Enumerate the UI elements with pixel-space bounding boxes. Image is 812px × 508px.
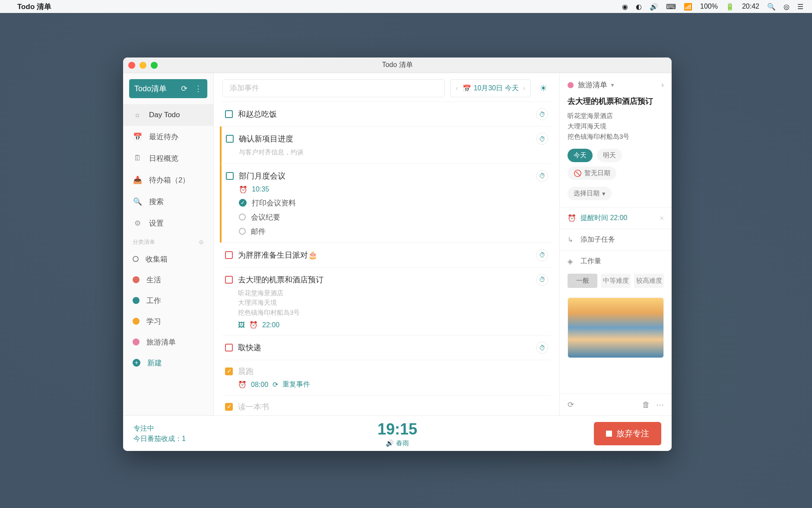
detail-subtask-row[interactable]: ↳ 添加子任务: [560, 229, 672, 250]
chevron-right-icon[interactable]: ›: [521, 84, 527, 92]
date-chip-today[interactable]: 今天: [568, 149, 593, 162]
add-task-input[interactable]: [222, 79, 445, 97]
wechat-icon[interactable]: ◐: [636, 3, 642, 11]
menubar-right: ◉ ◐ 🔊 ⌨ 📶 100% 🔋 20:42 🔍 ◎ ☰: [622, 3, 803, 11]
pomodoro-icon[interactable]: ⏱: [536, 133, 548, 145]
task-row[interactable]: 读一本书: [222, 395, 551, 415]
pomodoro-icon[interactable]: ⏱: [536, 108, 548, 120]
category-study[interactable]: 学习: [123, 311, 213, 332]
checkbox[interactable]: [225, 251, 233, 259]
checkbox[interactable]: [226, 135, 234, 143]
subtask-checkbox[interactable]: [239, 228, 246, 235]
subtask-row[interactable]: 邮件: [239, 227, 548, 236]
difficulty-mid[interactable]: 中等难度: [601, 274, 631, 288]
control-center-icon[interactable]: ◎: [783, 3, 790, 11]
task-row[interactable]: 和赵总吃饭 ⏱: [222, 102, 551, 126]
categories-header-label: 分类清单: [133, 238, 155, 246]
pomodoro-icon[interactable]: ⏱: [536, 170, 548, 182]
subtask-checkbox[interactable]: [239, 214, 246, 220]
pomodoro-icon[interactable]: ⏱: [536, 342, 548, 354]
category-label: 学习: [146, 316, 161, 326]
detail-list-selector[interactable]: 旅游清单 ▼ ›: [568, 80, 664, 90]
stop-icon: [606, 431, 612, 437]
task-row[interactable]: 取快递 ⏱: [222, 335, 551, 360]
date-chip-none[interactable]: 🚫 暂无日期: [568, 166, 616, 180]
checkbox[interactable]: [225, 276, 233, 284]
detail-reminder-row[interactable]: ⏰ 提醒时间 22:00 ×: [560, 207, 672, 229]
checkbox[interactable]: [225, 344, 233, 351]
task-list: 和赵总吃饭 ⏱ 确认新项目进度 ⏱ 与客户对齐信息，约谈: [214, 102, 559, 415]
theme-toggle-icon[interactable]: ☀: [536, 83, 551, 93]
sidebar-item-settings[interactable]: ⚙ 设置: [123, 212, 213, 234]
focus-sound[interactable]: 🔊 春雨: [377, 439, 417, 447]
wifi-icon[interactable]: 📶: [684, 3, 692, 11]
spotlight-icon[interactable]: 🔍: [767, 3, 776, 11]
macos-menubar: Todo 清单 ◉ ◐ 🔊 ⌨ 📶 100% 🔋 20:42 🔍 ◎ ☰: [0, 0, 812, 13]
zoom-window-button[interactable]: [151, 62, 158, 69]
add-category-button[interactable]: ＋ 新建: [123, 352, 213, 373]
plus-icon: ＋: [133, 359, 140, 367]
brand-pill[interactable]: Todo清单 ⟳ ⋮: [129, 79, 207, 98]
abandon-focus-button[interactable]: 放弃专注: [594, 422, 661, 445]
task-row[interactable]: 为胖胖准备生日派对🎂 ⏱: [222, 243, 551, 267]
notification-center-icon[interactable]: ☰: [797, 3, 803, 11]
task-time: 22:00: [262, 321, 279, 329]
color-dot-icon: [568, 82, 574, 88]
sidebar-item-recent[interactable]: 📅 最近待办: [123, 126, 213, 147]
volume-icon[interactable]: 🔊: [650, 3, 658, 11]
reminder-label: 提醒时间 22:00: [580, 214, 627, 223]
sidebar-item-search[interactable]: 🔍 搜索: [123, 191, 213, 212]
more-icon[interactable]: ⋮: [194, 84, 202, 93]
repeat-icon[interactable]: ⟳: [568, 400, 574, 409]
category-inbox[interactable]: 收集箱: [123, 249, 213, 269]
trash-icon[interactable]: 🗑: [642, 400, 650, 409]
sidebar-item-schedule[interactable]: 🗓 日程概览: [123, 147, 213, 169]
detail-title[interactable]: 去大理的机票和酒店预订: [568, 96, 664, 106]
date-picker[interactable]: ‹ 📅 10月30日 今天 ›: [450, 79, 531, 97]
menubar-app-title[interactable]: Todo 清单: [17, 2, 51, 12]
categories-settings-icon[interactable]: ⚙: [199, 239, 204, 246]
minimize-window-button[interactable]: [140, 62, 146, 69]
checkbox[interactable]: [225, 110, 233, 118]
more-horizontal-icon[interactable]: ⋯: [656, 400, 664, 409]
pomodoro-icon[interactable]: ⏱: [536, 249, 548, 261]
subtask-row[interactable]: 会议纪要: [239, 212, 548, 222]
task-row[interactable]: 部门月度会议 ⏱ ⏰ 10:35 ✓ 打印会议资料 会议纪要: [220, 163, 551, 243]
siri-icon[interactable]: ◉: [622, 3, 628, 11]
sync-icon[interactable]: ⟳: [181, 84, 187, 93]
chevron-left-icon[interactable]: ‹: [454, 84, 460, 92]
difficulty-low[interactable]: 一般: [568, 274, 597, 288]
subtask-row[interactable]: ✓ 打印会议资料: [239, 198, 548, 208]
date-chip-pick[interactable]: 选择日期 ▾: [568, 187, 612, 200]
color-dot-icon: [133, 276, 140, 283]
category-life[interactable]: 生活: [123, 269, 213, 290]
close-window-button[interactable]: [128, 62, 135, 69]
checkbox-done[interactable]: [225, 367, 233, 375]
task-row[interactable]: 确认新项目进度 ⏱ 与客户对齐信息，约谈: [220, 126, 551, 163]
clock-label[interactable]: 20:42: [742, 3, 759, 10]
checkbox-done[interactable]: [225, 403, 233, 411]
subtask-checkbox-done[interactable]: ✓: [239, 199, 247, 207]
task-row[interactable]: 去大理的机票和酒店预订 ⏱ 听花堂海景酒店 大理洱海天境 挖色镇海印村船岛3号 …: [222, 267, 551, 335]
chevron-right-icon[interactable]: ›: [661, 80, 664, 89]
color-dot-icon: [133, 297, 140, 304]
battery-icon[interactable]: 🔋: [726, 3, 734, 11]
task-row[interactable]: 晨跑 ⏰ 08:00 ⟳ 重复事件: [222, 360, 551, 395]
task-time: 08:00: [251, 381, 268, 389]
task-title: 部门月度会议: [239, 171, 531, 181]
category-travel[interactable]: 旅游清单: [123, 332, 213, 352]
sidebar-item-inbox[interactable]: 📥 待办箱（2）: [123, 169, 213, 191]
date-chip-tomorrow[interactable]: 明天: [597, 149, 622, 162]
detail-description[interactable]: 听花堂海景酒店 大理洱海天境 挖色镇海印村船岛3号: [568, 111, 664, 142]
sidebar-item-day-todo[interactable]: ☼ Day Todo: [123, 104, 213, 126]
checkbox[interactable]: [226, 172, 234, 180]
dropdown-icon: ▼: [610, 82, 615, 88]
clear-icon[interactable]: ×: [660, 214, 664, 222]
detail-attachment-image[interactable]: [568, 297, 664, 358]
difficulty-high[interactable]: 较高难度: [634, 274, 664, 288]
input-source-icon[interactable]: ⌨: [666, 3, 676, 11]
pomodoro-icon[interactable]: ⏱: [536, 274, 548, 286]
no-date-icon: 🚫: [574, 169, 582, 177]
category-work[interactable]: 工作: [123, 290, 213, 311]
battery-label[interactable]: 100%: [700, 3, 718, 10]
